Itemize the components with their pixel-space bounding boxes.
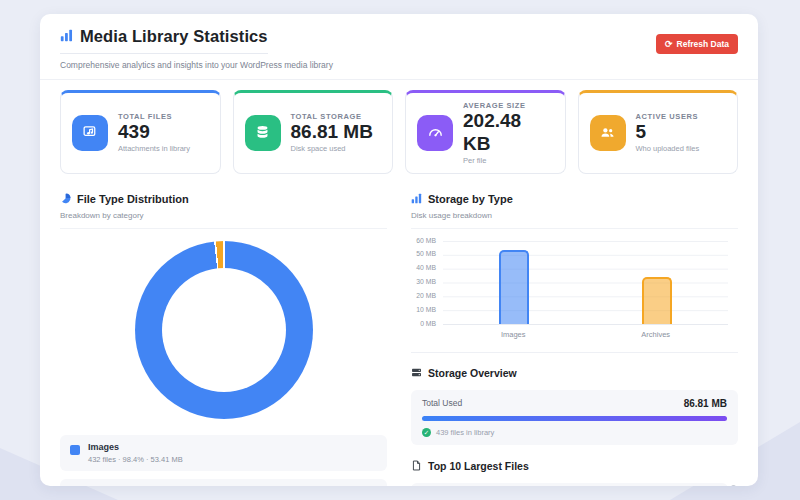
users-icon [590, 115, 626, 151]
legend-detail: 432 files · 98.4% · 53.41 MB [88, 455, 183, 464]
stat-sub: Who uploaded files [636, 144, 700, 153]
section-title: Storage Overview [428, 367, 517, 379]
legend-item-images: Images 432 files · 98.4% · 53.41 MB [60, 435, 387, 471]
stat-value: 86.81 MB [291, 121, 373, 144]
bar-chart-icon [411, 190, 422, 208]
donut-legend: Images 432 files · 98.4% · 53.41 MB Arch… [60, 435, 387, 486]
stat-card-total-files: TOTAL FILES 439 Attachments in library [60, 90, 221, 174]
database-icon [245, 115, 281, 151]
stat-value: 439 [118, 121, 190, 144]
stat-sub: Attachments in library [118, 144, 190, 153]
file-row[interactable]: contact-page-image-1.png Raju Ahmed · No… [411, 483, 728, 486]
stat-label: ACTIVE USERS [636, 112, 700, 121]
gauge-icon [417, 115, 453, 151]
panel-subtitle: Disk usage breakdown [411, 211, 738, 220]
legend-item-archives: Archives 7 files · 1.6% · 33.40 MB [60, 479, 387, 486]
page-title: Media Library Statistics [80, 27, 268, 46]
stat-label: TOTAL FILES [118, 112, 190, 121]
y-axis: 60 MB 50 MB 40 MB 30 MB 20 MB 10 MB 0 MB [411, 238, 443, 328]
total-used-value: 86.81 MB [684, 398, 727, 409]
storage-note: 439 files in library [436, 428, 494, 437]
stat-label: TOTAL STORAGE [291, 112, 373, 121]
bar-images [499, 250, 529, 324]
charts-row: File Type Distribution Breakdown by cate… [40, 174, 758, 486]
x-axis-labels: Images Archives [443, 330, 738, 339]
legend-name: Images [88, 442, 183, 452]
storage-progress-bar [422, 416, 727, 421]
donut-chart [135, 241, 313, 419]
refresh-data-button[interactable]: ⟳ Refresh Data [656, 34, 738, 54]
refresh-icon: ⟳ [665, 40, 673, 49]
header: Media Library Statistics Comprehensive a… [40, 14, 758, 80]
storage-overview-box: Total Used 86.81 MB ✓ 439 files in libra… [411, 390, 738, 445]
stat-value: 202.48 KB [463, 110, 554, 156]
legend-swatch [70, 445, 80, 455]
refresh-label: Refresh Data [677, 39, 729, 49]
bar-archives [642, 277, 672, 323]
panel-title: File Type Distribution [77, 193, 189, 205]
document-icon [411, 457, 422, 475]
stats-row: TOTAL FILES 439 Attachments in library T… [40, 80, 758, 174]
plot-area [443, 241, 728, 325]
page-subtitle: Comprehensive analytics and insights int… [60, 60, 333, 70]
panel-title: Storage by Type [428, 193, 513, 205]
storage-by-type-panel: Storage by Type Disk usage breakdown 60 … [411, 190, 738, 486]
stat-card-total-storage: TOTAL STORAGE 86.81 MB Disk space used [233, 90, 394, 174]
storage-drive-icon [411, 364, 422, 382]
title-row: Media Library Statistics [60, 27, 268, 54]
file-type-distribution-panel: File Type Distribution Breakdown by cate… [60, 190, 387, 486]
stat-sub: Disk space used [291, 144, 373, 153]
pie-chart-icon [60, 190, 71, 208]
largest-files-list: contact-page-image-1.png Raju Ahmed · No… [411, 483, 738, 486]
bar-chart-icon [60, 28, 73, 46]
total-used-label: Total Used [422, 398, 462, 408]
stat-sub: Per file [463, 156, 554, 165]
check-icon: ✓ [422, 428, 431, 437]
list-scrollbar[interactable] [731, 485, 736, 486]
stat-value: 5 [636, 121, 700, 144]
storage-bar-chart: 60 MB 50 MB 40 MB 30 MB 20 MB 10 MB 0 MB [411, 241, 738, 325]
donut-hole [162, 268, 286, 392]
stat-card-average-size: AVERAGE SIZE 202.48 KB Per file [405, 90, 566, 174]
section-title: Top 10 Largest Files [428, 460, 529, 472]
media-icon [72, 115, 108, 151]
panel-subtitle: Breakdown by category [60, 211, 387, 220]
stat-label: AVERAGE SIZE [463, 101, 554, 110]
stat-card-active-users: ACTIVE USERS 5 Who uploaded files [578, 90, 739, 174]
dashboard-card: Media Library Statistics Comprehensive a… [40, 14, 758, 486]
